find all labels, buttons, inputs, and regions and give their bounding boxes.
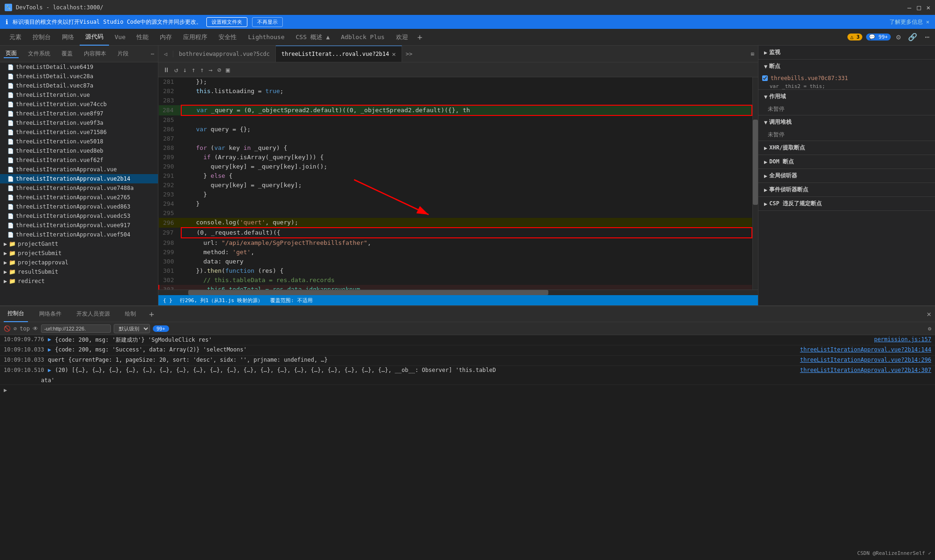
console-link-3[interactable]: threeListIterationApproval.vue?2b14:296	[800, 357, 931, 363]
bottom-tab-network-conditions[interactable]: 网络条件	[35, 306, 65, 322]
folder-projectsubmit[interactable]: ▶📁projectSubmit	[0, 249, 158, 258]
console-link-4[interactable]: threeListIterationApproval.vue?2b14:307	[800, 367, 931, 373]
format-icon[interactable]: ⊞	[751, 51, 754, 57]
folder-projectapproval[interactable]: ▶📁projectapproval	[0, 258, 158, 267]
eye-icon[interactable]: 👁	[33, 325, 38, 332]
console-settings-icon[interactable]: ⚙	[928, 325, 931, 332]
sidebar-item-threelistiterationapproval-dc53[interactable]: 📄threeListIterationApproval.vuedc53	[0, 211, 158, 221]
add-panel-button[interactable]: +	[149, 309, 154, 319]
remote-icon[interactable]: 🔗	[906, 33, 919, 41]
console-expand-2[interactable]: ▶	[48, 346, 51, 353]
log-level-select[interactable]: 默认级别	[114, 324, 150, 333]
sidebar-item-threelistiterationapproval-f504[interactable]: 📄threeListIterationApproval.vuef504	[0, 230, 158, 239]
pause-icon[interactable]: ⏸	[162, 65, 171, 74]
sidebar-item-threelistiteration-5018[interactable]: 📄threeListIteration.vue5018	[0, 137, 158, 146]
sidebar-item-threelistiterationapproval-2b14[interactable]: 📄threeListIterationApproval.vue2b14	[0, 174, 158, 183]
clear-console-icon[interactable]: 🚫	[4, 325, 11, 332]
nav-welcome[interactable]: 欢迎	[390, 29, 414, 46]
sidebar-item-threelistiteration-9f3a[interactable]: 📄threeListIteration.vue9f3a	[0, 118, 158, 128]
vertical-scrollbar[interactable]	[752, 77, 758, 290]
debug-global-header[interactable]: ▶ 全局侦听器	[758, 169, 935, 182]
console-expand-1[interactable]: ▶	[48, 336, 51, 343]
more-tabs-button[interactable]: >>	[402, 51, 416, 57]
learn-more-link[interactable]: 了解更多信息 ✕	[889, 18, 929, 26]
more-icon[interactable]: ⋯	[923, 33, 931, 41]
nav-console[interactable]: 控制台	[27, 29, 56, 46]
nav-memory[interactable]: 内存	[154, 29, 177, 46]
sidebar-item-threelistiteration-1586[interactable]: 📄threeListIteration.vue71586	[0, 128, 158, 137]
debug-csp-header[interactable]: ▶ CSP 违反了规定断点	[758, 197, 935, 210]
sidebar-item-threelistiteration-8f97[interactable]: 📄threeListIteration.vue8f97	[0, 109, 158, 118]
debug-xhr-header[interactable]: ▶ XHR/提取断点	[758, 141, 935, 155]
sidebar-item-threelistiteration-74ccb[interactable]: 📄threeListIteration.vue74ccb	[0, 100, 158, 109]
sidebar-tab-override[interactable]: 覆盖	[60, 50, 75, 58]
sidebar-item-threelistiterationapproval-e917[interactable]: 📄threeListIterationApproval.vuee917	[0, 221, 158, 230]
step-into-icon[interactable]: ↓	[182, 65, 187, 74]
close-tab-icon[interactable]: ✕	[392, 50, 396, 58]
continue-icon[interactable]: →	[208, 65, 213, 74]
nav-network[interactable]: 网络	[56, 29, 80, 46]
breakpoints-icon[interactable]: ▣	[225, 65, 231, 74]
minimize-button[interactable]: —	[908, 4, 911, 11]
folder-projectgantt[interactable]: ▶📁projectGantt	[0, 239, 158, 249]
sidebar-item-threelistiterationapproval-d863[interactable]: 📄threeListIterationApproval.vued863	[0, 202, 158, 211]
filter-icon[interactable]: ⊘	[14, 325, 17, 332]
debug-dom-header[interactable]: ▶ DOM 断点	[758, 155, 935, 169]
step-out-icon[interactable]: ↑	[191, 65, 196, 74]
window-controls[interactable]: — □ ✕	[908, 4, 930, 11]
horizontal-scrollbar[interactable]	[158, 290, 758, 295]
debug-monitor-header[interactable]: ▶ 监视	[758, 46, 935, 59]
nav-css-overview[interactable]: CSS 概述 ▲	[290, 29, 335, 46]
message-count-badge[interactable]: 99+	[153, 325, 169, 332]
step-icon[interactable]: ↑	[199, 65, 205, 74]
sidebar-item-threelistiteration-f62f[interactable]: 📄threeListIteration.vuef62f	[0, 155, 158, 165]
bottom-tab-draw[interactable]: 绘制	[121, 306, 140, 322]
folder-redirect[interactable]: ▶📁redirect	[0, 277, 158, 286]
top-level-icon[interactable]: top	[20, 325, 30, 332]
debug-breakpoints-header[interactable]: ▼ 断点	[758, 60, 935, 73]
bottom-tab-dev-resources[interactable]: 开发人员资源	[73, 306, 114, 322]
sidebar-item-threelistiterationapproval-2765[interactable]: 📄threeListIterationApproval.vue2765	[0, 193, 158, 202]
console-link-2[interactable]: threeListIterationApproval.vue?2b14:144	[800, 346, 931, 353]
nav-sources[interactable]: 源代码	[80, 29, 109, 46]
sidebar-tab-page[interactable]: 页面	[4, 49, 19, 58]
sidebar-item-threelistiteration-d8eb[interactable]: 📄threeListIteration.vued8eb	[0, 146, 158, 155]
editor-tab-threelistiteration[interactable]: threeListIterat...roval.vue?2b14 ✕	[276, 46, 402, 62]
nav-vue[interactable]: Vue	[109, 29, 131, 46]
console-link-1[interactable]: permission.js:157	[874, 336, 931, 343]
folder-resultsubmit[interactable]: ▶📁resultSubmit	[0, 267, 158, 277]
nav-security[interactable]: 安全性	[213, 29, 242, 46]
nav-performance[interactable]: 性能	[131, 29, 154, 46]
sidebar-tab-content-scripts[interactable]: 内容脚本	[82, 50, 108, 58]
deactivate-icon[interactable]: ⊘	[216, 65, 222, 74]
close-button[interactable]: ✕	[927, 4, 930, 11]
bottom-tab-console[interactable]: 控制台	[4, 306, 28, 322]
debug-callstack-header[interactable]: ▼ 调用堆栈	[758, 115, 935, 129]
settings-icon[interactable]: ⚙	[894, 33, 903, 41]
nav-application[interactable]: 应用程序	[177, 29, 213, 46]
console-expand-4[interactable]: ▶	[48, 367, 51, 373]
sidebar-item-threelistiterationapproval-7488a[interactable]: 📄threeListIterationApproval.vue7488a	[0, 183, 158, 193]
navigate-back-button[interactable]: ◁	[158, 51, 173, 57]
code-content[interactable]: 281 }); 282 this.listLoading = true; 283	[158, 77, 752, 290]
nav-adblock[interactable]: Adblock Plus	[335, 29, 390, 46]
sidebar-tab-snippets[interactable]: 片段	[116, 50, 130, 58]
debug-scope-header[interactable]: ▼ 作用域	[758, 90, 935, 103]
sidebar-item-threelistdetail-c87a[interactable]: 📄threeListDetail.vuec87a	[0, 81, 158, 90]
debug-event-header[interactable]: ▶ 事件侦听器断点	[758, 183, 935, 196]
maximize-button[interactable]: □	[917, 4, 921, 11]
sidebar-tab-filesystem[interactable]: 文件系统	[26, 50, 52, 58]
breakpoint-checkbox[interactable]	[762, 75, 768, 81]
nav-lighthouse[interactable]: Lighthouse	[242, 29, 290, 46]
filter-input[interactable]	[41, 324, 111, 333]
code-editor[interactable]: 281 }); 282 this.listLoading = true; 283	[158, 77, 758, 290]
sidebar-item-threelistdetail-c28a[interactable]: 📄threeListDetail.vuec28a	[0, 72, 158, 81]
step-over-icon[interactable]: ↺	[173, 65, 179, 74]
close-panel-button[interactable]: ✕	[927, 310, 931, 318]
sidebar-item-threelistiteration[interactable]: 📄threeListIteration.vue	[0, 90, 158, 100]
sidebar-item-threelistiterationapproval[interactable]: 📄threeListIterationApproval.vue	[0, 165, 158, 174]
nav-elements[interactable]: 元素	[4, 29, 27, 46]
editor-tab-bothreview[interactable]: bothreviewapproval.vue?5cdc	[173, 46, 276, 62]
dismiss-button[interactable]: 不再显示	[252, 17, 283, 27]
sidebar-item-threelistdetail-6419[interactable]: 📄threeListDetail.vue6419	[0, 62, 158, 72]
